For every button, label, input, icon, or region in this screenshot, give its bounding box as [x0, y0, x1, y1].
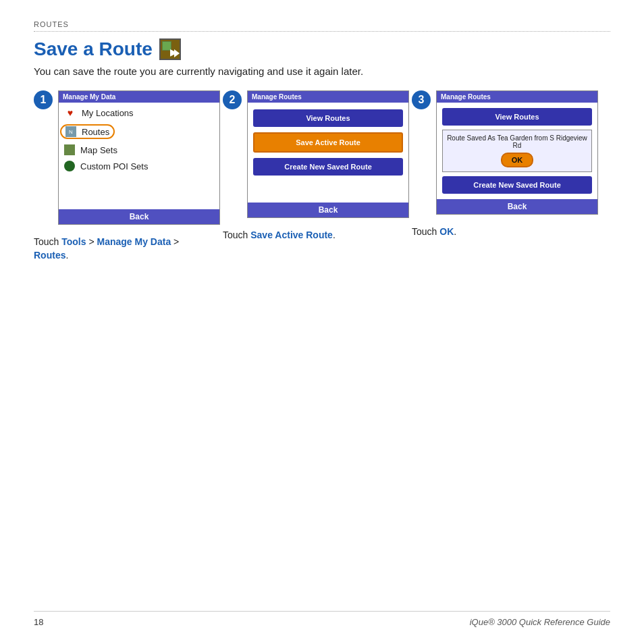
- step-3-ok-link: OK: [439, 226, 454, 237]
- step-1-managedata-link: Manage My Data: [97, 236, 171, 247]
- section-label: Routes: [34, 20, 610, 32]
- screen1-back-btn: Back: [59, 209, 219, 224]
- screen2-body: View Routes Save Active Route Create New…: [248, 103, 408, 182]
- map-icon: [64, 144, 75, 155]
- step-2: 2 Manage Routes View Routes Save Active …: [223, 90, 398, 242]
- screen2-header: Manage Routes: [248, 91, 408, 103]
- screen-3-mockup: Manage Routes View Routes Route Saved As…: [436, 90, 598, 215]
- subtitle-text: You can save the route you are currently…: [34, 65, 610, 77]
- screen2-back-btn: Back: [248, 203, 408, 217]
- screen1-items: ♥ My Locations N Routes Map Sets: [59, 103, 219, 176]
- step-1-routes-link: Routes: [34, 250, 65, 261]
- step-1: 1 Manage My Data ♥ My Locations N Routes: [34, 90, 209, 262]
- svg-rect-1: [162, 41, 171, 51]
- step-3-number: 3: [412, 90, 431, 109]
- routes-icon: N: [65, 126, 76, 137]
- screen1-header: Manage My Data: [59, 91, 219, 103]
- item-routes-label: Routes: [82, 127, 109, 137]
- step-1-tools-link: Tools: [61, 236, 86, 247]
- heart-icon: ♥: [64, 107, 76, 119]
- page-title: Save a Route: [34, 38, 153, 60]
- screen2-spacer: [248, 182, 408, 203]
- save-route-icon: [159, 38, 181, 60]
- screen1-item-mylocations: ♥ My Locations: [59, 104, 219, 122]
- screen2-create-saved-btn: Create New Saved Route: [253, 158, 403, 176]
- footer-page-number: 18: [34, 617, 43, 627]
- screen1-item-poi: Custom POI Sets: [59, 158, 219, 174]
- screen3-body: View Routes Route Saved As Tea Garden fr…: [437, 103, 597, 199]
- page-footer: 18 iQue® 3000 Quick Reference Guide: [34, 611, 610, 627]
- screen1-item-routes: N Routes: [59, 122, 219, 142]
- screen3-header: Manage Routes: [437, 91, 597, 103]
- screen1-item-mapsets: Map Sets: [59, 142, 219, 158]
- footer-guide-title: iQue® 3000 Quick Reference Guide: [470, 617, 610, 627]
- item-poi-label: Custom POI Sets: [80, 161, 148, 171]
- screen3-create-saved-btn: Create New Saved Route: [442, 176, 592, 194]
- screen2-save-active-btn: Save Active Route: [253, 132, 403, 153]
- steps-row: 1 Manage My Data ♥ My Locations N Routes: [34, 90, 610, 262]
- step-2-number: 2: [223, 90, 242, 109]
- svg-rect-0: [161, 40, 180, 59]
- screen3-view-routes-btn: View Routes: [442, 108, 592, 126]
- routes-highlight: N Routes: [60, 124, 115, 139]
- screen1-spacer: [59, 176, 219, 209]
- screen-2-mockup: Manage Routes View Routes Save Active Ro…: [247, 90, 409, 218]
- screen3-dialog-text: Route Saved As Tea Garden from S Ridgevi…: [447, 134, 587, 149]
- step-3-caption: Touch OK.: [412, 225, 456, 239]
- screen-1-mockup: Manage My Data ♥ My Locations N Routes: [58, 90, 220, 225]
- step-2-saveactive-link: Save Active Route: [250, 230, 333, 240]
- screen3-dialog-inner: Route Saved As Tea Garden from S Ridgevi…: [447, 134, 587, 167]
- screen3-ok-btn: OK: [501, 153, 534, 167]
- item-mapsets-label: Map Sets: [80, 145, 117, 155]
- screen3-back-btn: Back: [437, 199, 597, 214]
- step-2-caption: Touch Save Active Route.: [223, 229, 336, 242]
- screen3-dialog: Route Saved As Tea Garden from S Ridgevi…: [442, 130, 592, 172]
- poi-icon: [64, 161, 75, 171]
- step-1-caption: Touch Tools > Manage My Data > Routes.: [34, 236, 209, 262]
- screen2-view-routes-btn: View Routes: [253, 109, 403, 127]
- step-1-number: 1: [34, 90, 53, 109]
- step-3: 3 Manage Routes View Routes Route Saved …: [412, 90, 587, 239]
- item-mylocations-label: My Locations: [82, 108, 134, 118]
